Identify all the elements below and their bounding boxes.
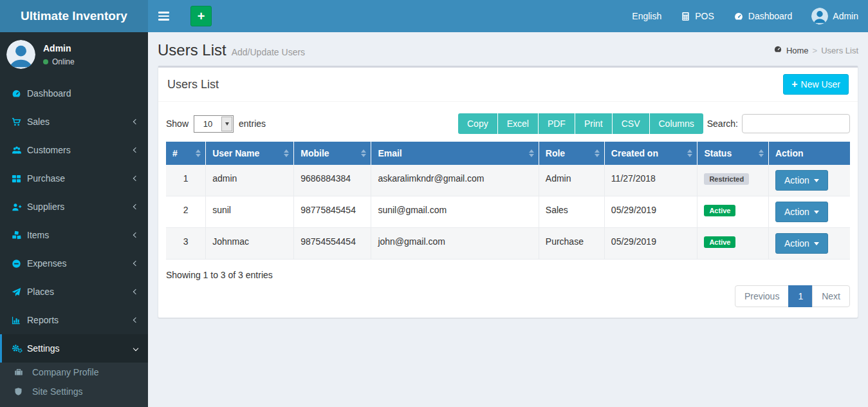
pagination-previous-button[interactable]: Previous [735,285,789,307]
nav-dashboard-label: Dashboard [748,11,793,21]
sidebar-user-status: Online [43,57,75,66]
status-badge: Active [704,205,735,216]
briefcase-icon [14,368,26,377]
sidebar-item-suppliers[interactable]: Suppliers [0,193,148,221]
sort-icon [196,149,201,157]
cell-email: john@gmail.com [371,228,539,260]
cell-email: sunil@gmail.com [371,196,539,228]
online-status-icon [43,59,48,64]
chevron-down-icon [221,117,232,131]
sidebar-item-company-profile[interactable]: Company Profile [0,363,148,382]
table-row: 3 Johnmac 98754554454 john@gmail.com Pur… [166,228,850,260]
chevron-left-icon [133,176,138,181]
cell-email: askaralimkndr@gmail.com [371,165,539,196]
column-header-status[interactable]: Status [697,142,769,165]
nav-language[interactable]: English [622,0,671,32]
page-length-group: Show 10 entries [166,115,266,133]
excel-button[interactable]: Excel [498,113,539,134]
action-dropdown-button[interactable]: Action [775,202,828,222]
cell-status: Active [697,228,769,260]
column-header-email[interactable]: Email [371,142,539,165]
column-header-username[interactable]: User Name [206,142,294,165]
sidebar-item-site-settings[interactable]: Site Settings [0,382,148,401]
caret-down-icon [814,211,819,214]
table-header-row: # User Name Mobile Email Role Created on… [166,142,850,165]
sidebar-item-sales[interactable]: Sales [0,108,148,136]
sidebar-item-reports[interactable]: Reports [0,306,148,334]
brand-logo[interactable]: Ultimate Inventory [0,0,148,32]
sidebar-toggle-button[interactable] [158,0,184,32]
sidebar-item-customers[interactable]: Customers [0,136,148,164]
action-dropdown-button[interactable]: Action [775,233,828,254]
bar-chart-icon [12,316,27,325]
chevron-left-icon [133,147,138,153]
search-group: Search: [707,114,850,133]
cell-status: Restricted [697,165,769,196]
plus-icon: + [791,80,797,88]
column-header-mobile[interactable]: Mobile [294,142,371,165]
cell-action: Action [768,196,850,228]
cell-created: 11/27/2018 [604,165,697,196]
nav-language-label: English [632,11,661,21]
chevron-left-icon [133,232,138,238]
search-input[interactable] [742,114,850,133]
cell-action: Action [768,228,850,260]
sort-icon [595,149,600,157]
sidebar-item-items[interactable]: Items [0,221,148,249]
cell-role: Purchase [539,228,604,260]
sidebar-item-dashboard[interactable]: Dashboard [0,79,148,108]
action-dropdown-button[interactable]: Action [775,170,828,191]
sidebar: Admin Online Dashboard Sales [0,32,148,407]
nav-dashboard[interactable]: Dashboard [724,0,802,32]
pdf-button[interactable]: PDF [539,113,575,134]
sidebar-item-expenses[interactable]: Expenses [0,249,148,278]
panel-body: Show 10 entries Copy Excel PDF [158,102,858,317]
columns-button[interactable]: Columns [650,113,703,134]
grid-icon [12,174,27,184]
column-header-created[interactable]: Created on [604,142,697,165]
chevron-left-icon [133,289,138,294]
sidebar-item-purchase[interactable]: Purchase [0,164,148,193]
breadcrumb-home-link[interactable]: Home [786,46,809,55]
content-header: Users List Add/Update Users Home > Users… [148,32,868,66]
cell-mobile: 9686884384 [294,165,371,196]
new-user-button[interactable]: + New User [783,74,849,95]
nav-user-menu[interactable]: Admin [802,0,868,32]
pagination-next-button[interactable]: Next [812,285,850,307]
users-list-panel: Users List + New User Show 10 [158,66,858,318]
column-header-num[interactable]: # [166,142,206,165]
copy-button[interactable]: Copy [458,113,498,134]
sidebar-item-settings[interactable]: Settings [0,334,148,363]
gears-icon [12,343,27,354]
column-header-role[interactable]: Role [539,142,604,165]
sidebar-menu: Dashboard Sales Customers Pur [0,79,148,407]
table-info: Showing 1 to 3 of 3 entries [166,270,850,280]
chevron-left-icon [133,204,138,209]
cart-icon [12,117,27,127]
cell-created: 05/29/2019 [604,228,697,260]
main-content: Users List Add/Update Users Home > Users… [148,32,868,407]
users-table: # User Name Mobile Email Role Created on… [166,142,850,260]
status-badge: Restricted [704,173,749,185]
chevron-left-icon [133,261,138,266]
sidebar-item-tax-list[interactable]: Tax List [0,401,148,407]
sort-icon [284,149,289,157]
nav-pos[interactable]: POS [671,0,724,32]
panel-title: Users List [167,78,219,91]
minus-circle-icon [12,259,27,269]
settings-submenu: Company Profile Site Settings Tax List [0,363,148,407]
page-length-select[interactable]: 10 [194,115,234,133]
quick-add-button[interactable]: + [190,6,212,26]
sort-icon [361,149,366,157]
breadcrumb-current: Users List [821,46,858,55]
table-row: 1 admin 9686884384 askaralimkndr@gmail.c… [166,165,850,196]
nav-user-label: Admin [833,11,858,21]
table-controls: Show 10 entries Copy Excel PDF [166,113,850,134]
csv-button[interactable]: CSV [613,113,650,134]
chevron-down-icon [133,346,138,351]
print-button[interactable]: Print [575,113,613,134]
sidebar-user-name: Admin [43,43,75,53]
cell-username: Johnmac [206,228,294,260]
pagination-page-1-button[interactable]: 1 [788,285,813,307]
sidebar-item-places[interactable]: Places [0,278,148,306]
